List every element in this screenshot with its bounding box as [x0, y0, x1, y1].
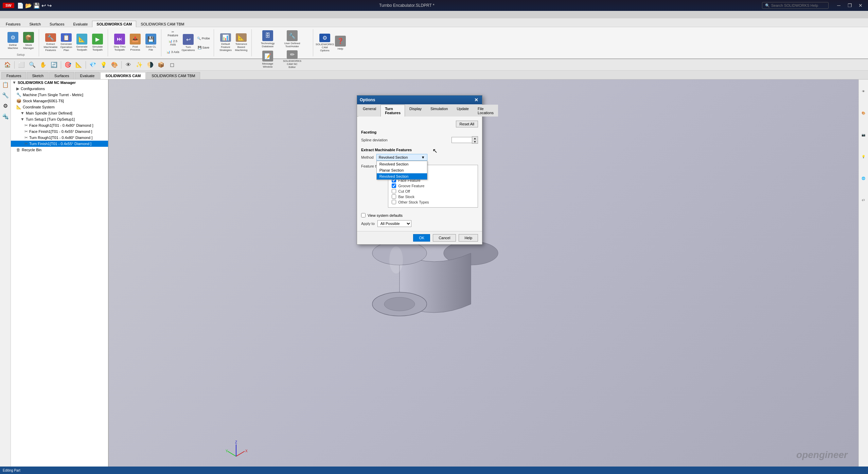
method-option-planar[interactable]: Planar Section: [377, 167, 427, 173]
tree-item-turn-finish[interactable]: ✂ Turn Finish1[T01 - 0.4x55° Diamond ]: [11, 141, 108, 147]
method-select-btn[interactable]: Revolved Section ▼: [376, 154, 427, 161]
undo-btn[interactable]: ↩: [41, 2, 46, 9]
options-tab-file-locations[interactable]: File Locations: [473, 105, 498, 117]
tree-item-recycle[interactable]: 🗑 Recycle Bin: [11, 147, 108, 153]
turn-operations-btn[interactable]: ↩ TurnOperations: [181, 33, 196, 53]
tab-solidworks-cam-tbm[interactable]: SOLIDWORKS CAM TBM: [136, 21, 189, 27]
post-process-btn[interactable]: 📤 PostProcess: [128, 33, 143, 52]
appearance-btn[interactable]: 🎨: [110, 60, 119, 70]
save-ops-btn[interactable]: 💾 Save: [196, 43, 211, 52]
open-btn[interactable]: 📂: [25, 2, 32, 9]
view-orient-btn[interactable]: 🎯: [63, 60, 73, 70]
tree-item-face-rough[interactable]: ✂ Face Rough1[T01 - 0.4x80° Diamond ]: [11, 122, 108, 128]
right-panel-btn3[interactable]: 📷: [860, 124, 868, 145]
ok-btn[interactable]: OK: [413, 234, 430, 242]
stock-manager-btn[interactable]: 📦 StockManager: [21, 31, 36, 51]
dialog-help-btn[interactable]: Help: [459, 234, 478, 242]
help-btn[interactable]: ❓ Help: [333, 33, 348, 53]
method-option-revolved2[interactable]: Revolved Section: [377, 173, 427, 179]
options-tab-general[interactable]: General: [358, 105, 380, 117]
display-style-btn[interactable]: 💎: [88, 60, 98, 70]
default-feature-btn[interactable]: 📊 DefaultFeatureStrategies: [218, 33, 233, 52]
options-tab-display[interactable]: Display: [405, 105, 426, 117]
tolerance-machining-btn[interactable]: 📐 ToleranceBasedMachining: [234, 33, 249, 52]
tab-solidworks-cam[interactable]: SOLIDWORKS CAM: [92, 21, 136, 27]
pan-btn[interactable]: ✋: [38, 60, 48, 70]
spline-deviation-input[interactable]: 0.025mm: [451, 137, 472, 143]
tabbar-surfaces[interactable]: Surfaces: [49, 72, 74, 79]
spin-down-btn[interactable]: ▼: [472, 140, 478, 143]
step-thru-btn[interactable]: ⏭ Step ThruToolpath: [112, 33, 127, 52]
feature-btn[interactable]: ✂ Feature: [165, 29, 180, 38]
right-panel-btn5[interactable]: 🌐: [860, 168, 868, 188]
shadows-btn[interactable]: 🌗: [145, 60, 155, 70]
simulate-toolpath-btn[interactable]: ▶ SimulateToolpath: [90, 33, 105, 52]
right-panel-btn1[interactable]: 👁: [860, 81, 868, 101]
tree-item-spindle[interactable]: ▼ Main Spindle [User Defined]: [11, 110, 108, 116]
restore-btn[interactable]: ❐: [845, 2, 854, 9]
hide-show-btn[interactable]: 👁: [124, 60, 133, 70]
left-panel-icon3[interactable]: ⚙: [1, 101, 10, 111]
groove-feature-checkbox[interactable]: [392, 183, 396, 188]
cancel-btn[interactable]: Cancel: [433, 234, 456, 242]
close-btn[interactable]: ✕: [856, 2, 865, 9]
lights-btn[interactable]: 💡: [99, 60, 108, 70]
options-tab-turn-features[interactable]: Turn Features: [380, 105, 405, 117]
tech-database-btn[interactable]: 🗄 TechnologyDatabase: [256, 29, 280, 49]
realview-btn[interactable]: ✨: [135, 60, 144, 70]
cam-options-btn[interactable]: ⚙ SOLIDWORKSCAMOptions: [317, 33, 332, 53]
message-window-btn[interactable]: 📝 MessageWindow: [256, 50, 280, 69]
right-panel-btn4[interactable]: 💡: [860, 146, 868, 166]
tree-item-configurations[interactable]: ▶ Configurations: [11, 86, 108, 92]
options-tab-update[interactable]: Update: [452, 105, 473, 117]
view-defaults-checkbox[interactable]: [361, 213, 366, 217]
3-axis-btn[interactable]: 📊 3 Axis: [165, 48, 180, 56]
tab-sketch[interactable]: Sketch: [25, 21, 45, 27]
generate-toolpath-btn[interactable]: 📐 GenerateToolpath: [74, 33, 89, 52]
redo-btn[interactable]: ↪: [47, 2, 52, 9]
save-btn[interactable]: 💾: [33, 2, 40, 9]
left-panel-icon4[interactable]: 🔩: [0, 111, 11, 122]
save-cl-file-btn[interactable]: 💾 Save CLFile: [143, 33, 158, 52]
tabbar-sketch[interactable]: Sketch: [27, 72, 49, 79]
rotate-btn[interactable]: 🔄: [49, 60, 59, 70]
search-input[interactable]: [771, 3, 826, 7]
tabbar-evaluate[interactable]: Evaluate: [75, 72, 100, 79]
tab-surfaces[interactable]: Surfaces: [45, 21, 69, 27]
zoom-area-btn[interactable]: 🔍: [28, 60, 37, 70]
left-panel-icon2[interactable]: 🔧: [0, 90, 11, 101]
tabbar-cam-tbm[interactable]: SOLIDWORKS CAM TBM: [146, 72, 200, 79]
25-axis-btn[interactable]: 📊 2.5 Axis: [165, 38, 180, 47]
right-panel-btn6[interactable]: 🏷: [860, 190, 868, 210]
tabbar-features[interactable]: Features: [1, 72, 26, 79]
tree-item-machine[interactable]: 🔧 Machine [Turn Single Turret - Metric]: [11, 92, 108, 98]
user-tool-holder-btn[interactable]: 🔧 User DefinedTool/Holder: [280, 29, 304, 49]
tabbar-cam[interactable]: SOLIDWORKS CAM: [100, 72, 146, 79]
perspective-btn[interactable]: 📦: [156, 60, 166, 70]
extract-features-btn[interactable]: 🔧 ExtractMachinableFeatures: [43, 33, 58, 52]
tree-item-turn-setup[interactable]: ▼ Turn Setup1 [Turn OpSetup1]: [11, 116, 108, 122]
section-view-btn[interactable]: 📐: [74, 60, 84, 70]
reset-all-btn[interactable]: Reset All: [456, 121, 478, 127]
minimize-btn[interactable]: ─: [834, 2, 844, 9]
define-machine-btn[interactable]: ⚙ DefineMachine: [5, 31, 20, 51]
apply-to-select[interactable]: All Possible Current Setup Selected: [377, 220, 411, 227]
tree-item-coord[interactable]: 📐 Coordinate System: [11, 104, 108, 110]
options-tab-simulation[interactable]: Simulation: [426, 105, 452, 117]
zoom-fit-btn[interactable]: ⬜: [17, 60, 26, 70]
generate-op-plan-btn[interactable]: 📋 GenerateOperationPlan: [59, 33, 74, 52]
tree-item-stock[interactable]: 📦 Stock Manager[6061-T6]: [11, 98, 108, 104]
other-stock-checkbox[interactable]: [392, 200, 396, 204]
bar-stock-checkbox[interactable]: [392, 194, 396, 199]
left-panel-icon1[interactable]: 📋: [0, 80, 11, 90]
spin-up-btn[interactable]: ▲: [472, 137, 478, 140]
tree-item-cam-manager[interactable]: ▼ SOLIDWORKS CAM NC Manager: [11, 80, 108, 86]
tab-evaluate[interactable]: Evaluate: [69, 21, 92, 27]
probe-ops-btn[interactable]: 🔍 Probe: [196, 34, 211, 43]
options-close-btn[interactable]: ✕: [473, 97, 479, 103]
home-view-btn[interactable]: 🏠: [3, 60, 12, 70]
tree-item-face-finish[interactable]: ✂ Face Finish1[T01 - 0.4x55° Diamond ]: [11, 128, 108, 135]
display-mode-btn[interactable]: ◻: [167, 60, 177, 70]
tree-item-turn-rough[interactable]: ✂ Turn Rough1[T01 - 0.4x80° Diamond ]: [11, 135, 108, 141]
cut-off-checkbox[interactable]: [392, 189, 396, 193]
